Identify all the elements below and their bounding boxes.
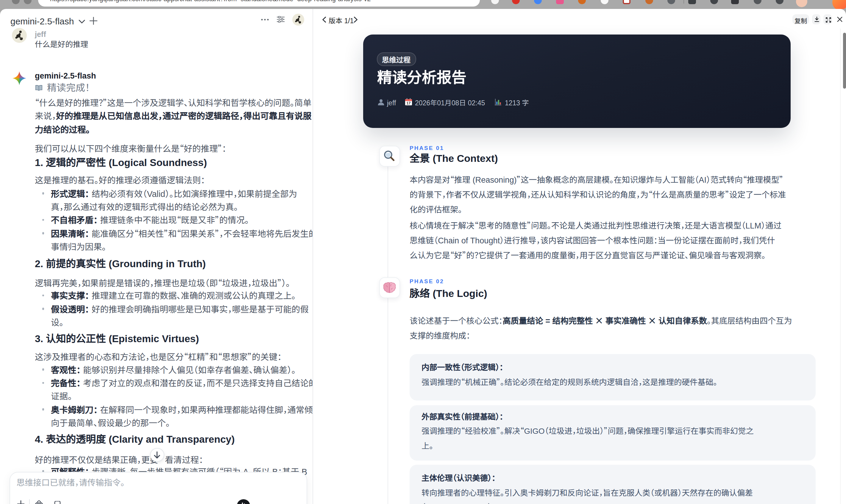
svg-text:17: 17 <box>407 101 411 105</box>
